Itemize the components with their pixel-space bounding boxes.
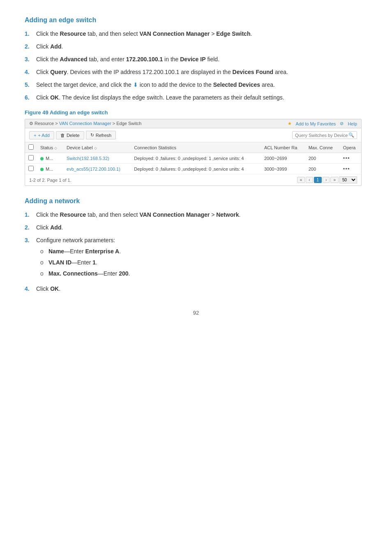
row1-checkbox [25,153,37,164]
col-status: Status ◇ [37,142,63,153]
net-step-num-4: 4. [25,285,36,293]
device-link-1[interactable]: Switch(192.168.5.32) [67,156,109,161]
refresh-button[interactable]: ↻ Refresh [86,131,116,139]
search-box[interactable]: 🔍 [292,131,357,139]
status-dot-1 [40,157,44,160]
table-footer: 1-2 of 2. Page 1 of 1. « ‹ 1 › » 50 100 [25,174,361,185]
col-opera: Opera [340,142,361,153]
sub-bullet-2: o [40,258,48,267]
search-input[interactable] [295,133,348,138]
page-prev-btn[interactable]: ‹ [306,177,313,183]
header-right: ★ Add to My Favorites ⊘ Help [288,121,357,126]
panel-header: ⚙ Resource > VAN Connection Manager > Ed… [25,119,361,128]
steps-list-network: 1. Click the Resource tab, and then sele… [25,211,367,293]
step-text-3: Click the Advanced tab, and enter 172.20… [36,55,367,64]
row1-acl: 2000~2699 [261,153,305,164]
help-icon[interactable]: ⊘ [340,121,344,126]
col-max-conn: Max. Conne [305,142,340,153]
page-first-btn[interactable]: « [297,177,305,183]
favorites-link[interactable]: ★ [288,121,292,126]
table-row: M... evb_acs55(172.200.100.1) Deployed: … [25,164,361,174]
add-button[interactable]: + + Add [29,131,54,139]
sub-bullet-1: o [40,247,48,256]
step-5: 5. Select the target device, and click t… [25,81,367,89]
page-1-btn[interactable]: 1 [314,177,322,183]
net-step-text-2: Click Add. [36,223,367,232]
page-container: Adding an edge switch 1. Click the Resou… [25,16,367,316]
row2-checkbox [25,164,37,174]
sort-status-icon[interactable]: ◇ [54,146,57,150]
delete-label: Delete [67,133,80,138]
step4-bold1: Query [50,69,67,75]
ns1-bold3: Network [216,211,239,218]
row2-ops: ••• [340,164,361,174]
row2-check[interactable] [28,166,34,171]
help-text[interactable]: Help [348,121,357,126]
status-text-2: M... [46,167,53,171]
row2-status: M... [37,164,63,174]
ui-panel-edge-switch: ⚙ Resource > VAN Connection Manager > Ed… [25,119,362,186]
add-label: + Add [38,133,49,138]
step-text-2: Click Add. [36,42,367,51]
step-text-6: Click OK. The device list displays the e… [36,93,367,102]
edge-switch-table: Status ◇ Device Label ◇ Connection Stati… [25,142,361,174]
section-edge-switch: Adding an edge switch 1. Click the Resou… [25,16,367,186]
step-3: 3. Click the Advanced tab, and enter 172… [25,55,367,64]
status-dot-2 [40,168,44,171]
row1-check[interactable] [28,155,34,160]
step-num-6: 6. [25,93,36,102]
net-step-4: 4. Click OK. [25,285,367,293]
sub-item-vlan: o VLAN ID—Enter 1. [40,258,367,267]
figure-title: Figure 49 Adding an edge switch [25,109,367,116]
net-step-2: 2. Click Add. [25,223,367,232]
breadcrumb: ⚙ Resource > VAN Connection Manager > Ed… [29,121,141,126]
delete-button[interactable]: 🗑 Delete [56,131,84,139]
row2-ellipsis[interactable]: ••• [343,166,350,172]
search-icon[interactable]: 🔍 [348,132,354,138]
breadcrumb-icon: ⚙ [29,121,33,126]
sort-device-icon[interactable]: ◇ [94,146,97,150]
pagination: « ‹ 1 › » 50 100 [297,176,357,183]
sub-params-list: o Name—Enter Enterprise A. o VLAN ID—Ent… [40,247,367,278]
net-step-num-3: 3. [25,236,36,245]
device-link-2[interactable]: evb_acs55(172.200.100.1) [67,167,120,171]
breadcrumb-link-vcm[interactable]: VAN Connection Manager [59,121,111,126]
col-connection-stats: Connection Statistics [131,142,261,153]
row2-acl: 3000~3999 [261,164,305,174]
step4-bold2: Devices Found [233,69,274,75]
step2-bold1: Add [50,43,61,50]
select-all-checkbox[interactable] [28,144,34,150]
steps-list-edge-switch: 1. Click the Resource tab, and then sele… [25,30,367,102]
sub-bullet-3: o [40,269,48,278]
add-icon: + [34,133,36,138]
step-num-4: 4. [25,68,36,76]
row1-ellipsis[interactable]: ••• [343,155,350,161]
step-6: 6. Click OK. The device list displays th… [25,93,367,102]
step-num-2: 2. [25,42,36,51]
step5-bold1: Selected Devices [213,81,260,88]
ns2-bold1: Add [50,224,61,231]
step1-bold1: Resource [60,30,86,37]
step3-bold1: Advanced [60,56,88,63]
step-text-5: Select the target device, and click the … [36,81,367,89]
net-step-text-4: Click OK. [36,285,367,293]
sub-text-3: Max. Connections—Enter 200. [48,269,130,278]
table-header-row: Status ◇ Device Label ◇ Connection Stati… [25,142,361,153]
step-num-5: 5. [25,81,36,89]
panel-toolbar: + + Add 🗑 Delete ↻ Refresh 🔍 [25,128,361,142]
favorites-text[interactable]: Add to My Favorites [296,121,336,126]
net-step-text-1: Click the Resource tab, and then select … [36,211,367,219]
step-1: 1. Click the Resource tab, and then sele… [25,30,367,38]
breadcrumb-sep: > Edge Switch [113,121,142,126]
step-text-1: Click the Resource tab, and then select … [36,30,367,38]
col-device-label: Device Label ◇ [63,142,131,153]
page-number: 92 [25,310,367,316]
page-size-select[interactable]: 50 100 [339,176,357,183]
step-2: 2. Click Add. [25,42,367,51]
col-checkbox [25,142,37,153]
net-step-3: 3. Configure network parameters: o Name—… [25,236,367,280]
page-next-btn[interactable]: › [323,177,330,183]
page-last-btn[interactable]: » [330,177,339,183]
net-step-1: 1. Click the Resource tab, and then sele… [25,211,367,219]
download-icon: ⬇ [133,81,138,88]
